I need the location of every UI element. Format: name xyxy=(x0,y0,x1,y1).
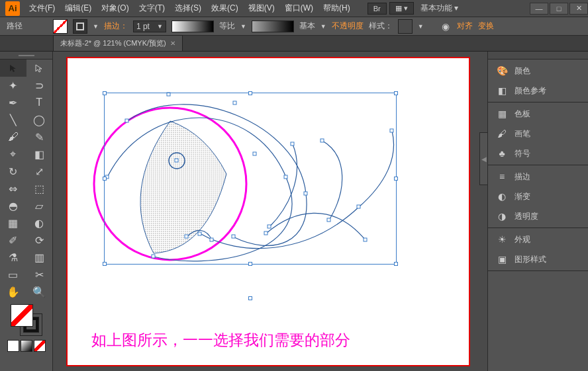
panel-appearance[interactable]: ☀外观 xyxy=(488,229,588,249)
shape-builder-tool[interactable]: ◓ xyxy=(0,197,26,214)
style-label: 样式： xyxy=(369,21,393,32)
selection-bounding-box[interactable] xyxy=(104,93,397,265)
stroke-label: 描边： xyxy=(104,21,128,32)
arrange-docs-button[interactable]: ▦ ▾ xyxy=(389,2,414,15)
scale-tool[interactable]: ⤢ xyxy=(26,163,53,180)
color-mode-gradient[interactable] xyxy=(21,340,32,352)
stroke-swatch[interactable] xyxy=(73,19,87,34)
guide-icon: ◧ xyxy=(496,85,508,97)
close-tab-icon[interactable]: ✕ xyxy=(170,40,175,47)
gradient-tool[interactable]: ◐ xyxy=(26,214,53,231)
maximize-button[interactable]: □ xyxy=(550,3,568,15)
gradient-icon: ◐ xyxy=(496,190,508,202)
annotation-text: 如上图所示，一一选择我们需要的部分 xyxy=(91,330,350,350)
panel-brushes[interactable]: 🖌画笔 xyxy=(488,124,588,144)
menu-file[interactable]: 文件(F) xyxy=(25,1,59,16)
paintbrush-tool[interactable]: 🖌 xyxy=(0,128,26,145)
panel-transparency[interactable]: ◑透明度 xyxy=(488,206,588,226)
panel-color-guide[interactable]: ◧颜色参考 xyxy=(488,81,588,101)
width-profile-preview[interactable] xyxy=(172,21,214,32)
right-panels: 🎨颜色 ◧颜色参考 ▦色板 🖌画笔 ♣符号 ≡描边 ◐渐变 ◑透明度 ☀外观 ▣… xyxy=(487,52,588,371)
magic-wand-tool[interactable]: ✦ xyxy=(0,77,26,94)
profile-label: 等比 xyxy=(219,21,235,32)
rotate-tool[interactable]: ↻ xyxy=(0,163,26,180)
minimize-button[interactable]: — xyxy=(530,3,548,15)
selection-type-label: 路径 xyxy=(7,21,23,32)
opacity-label[interactable]: 不透明度 xyxy=(332,21,364,32)
transparency-icon: ◑ xyxy=(496,210,508,222)
main-menu: 文件(F) 编辑(E) 对象(O) 文字(T) 选择(S) 效果(C) 视图(V… xyxy=(25,1,354,16)
panel-color[interactable]: 🎨颜色 xyxy=(488,61,588,81)
artboard-tool[interactable]: ▭ xyxy=(0,266,26,283)
transform-label[interactable]: 变换 xyxy=(478,21,494,32)
expand-panels-tab[interactable]: ◀ xyxy=(479,132,487,185)
pencil-tool[interactable]: ✎ xyxy=(26,128,53,145)
graph-tool[interactable]: ▥ xyxy=(26,249,53,266)
symbol-sprayer-tool[interactable]: ⚗ xyxy=(0,249,26,266)
menu-select[interactable]: 选择(S) xyxy=(171,1,205,16)
document-tab[interactable]: 未标题-2* @ 121% (CMYK/预览) ✕ xyxy=(53,35,183,51)
tab-title: 未标题-2* @ 121% (CMYK/预览) xyxy=(60,38,166,48)
panel-grip[interactable] xyxy=(488,52,588,60)
symbol-icon: ♣ xyxy=(496,147,508,159)
panel-grip[interactable] xyxy=(0,52,52,60)
panel-symbols[interactable]: ♣符号 xyxy=(488,144,588,163)
close-button[interactable]: ✕ xyxy=(569,3,588,15)
blob-brush-tool[interactable]: ⌖ xyxy=(0,145,26,163)
color-mode-solid[interactable] xyxy=(7,340,19,352)
free-transform-tool[interactable]: ⬚ xyxy=(26,180,53,197)
blend-tool[interactable]: ⟳ xyxy=(26,231,53,249)
fill-stroke-picker[interactable] xyxy=(11,304,42,336)
appearance-icon: ☀ xyxy=(496,233,508,245)
hand-tool[interactable]: ✋ xyxy=(0,283,26,300)
style-swatch[interactable] xyxy=(398,19,413,34)
menu-help[interactable]: 帮助(H) xyxy=(319,1,354,16)
align-label[interactable]: 对齐 xyxy=(457,21,473,32)
width-tool[interactable]: ⇔ xyxy=(0,180,26,197)
palette-icon: 🎨 xyxy=(496,65,508,77)
menu-type[interactable]: 文字(T) xyxy=(135,1,169,16)
shape-tool[interactable]: ◯ xyxy=(26,111,53,128)
slice-tool[interactable]: ✂ xyxy=(26,266,53,283)
graphic-styles-icon: ▣ xyxy=(496,253,508,265)
swatch-icon: ▦ xyxy=(496,108,508,120)
workspace-switcher[interactable]: 基本功能 ▾ xyxy=(420,3,458,14)
menu-view[interactable]: 视图(V) xyxy=(244,1,279,16)
zoom-tool[interactable]: 🔍 xyxy=(26,283,53,300)
brush-label: 基本 xyxy=(299,21,315,32)
fill-color[interactable] xyxy=(11,304,33,327)
color-mode-none[interactable] xyxy=(34,340,46,352)
menu-effect[interactable]: 效果(C) xyxy=(207,1,242,16)
selection-tool[interactable] xyxy=(0,60,26,77)
eraser-tool[interactable]: ◧ xyxy=(26,145,53,163)
panel-swatches[interactable]: ▦色板 xyxy=(488,104,588,124)
menu-window[interactable]: 窗口(W) xyxy=(281,1,317,16)
direct-selection-tool[interactable] xyxy=(26,60,53,77)
menu-edit[interactable]: 编辑(E) xyxy=(61,1,95,16)
recolor-icon[interactable]: ◉ xyxy=(440,21,452,32)
tools-panel: ✦ ⊃ ✒ T ╲ ◯ 🖌 ✎ ⌖ ◧ ↻ ⤢ ⇔ ⬚ ◓ ▱ ▦ ◐ ✐ ⟳ … xyxy=(0,52,53,371)
chevron-down-icon: ▼ xyxy=(93,23,99,30)
options-bar: 路径 ▼ 描边： 1 pt▼ 等比▼ 基本▼ 不透明度 样式： ▼ ◉ 对齐 变… xyxy=(0,17,588,36)
panel-gradient[interactable]: ◐渐变 xyxy=(488,186,588,206)
brush-def-preview[interactable] xyxy=(252,21,294,32)
lasso-tool[interactable]: ⊃ xyxy=(26,77,53,94)
stroke-weight-input[interactable]: 1 pt▼ xyxy=(133,21,166,32)
titlebar: Ai 文件(F) 编辑(E) 对象(O) 文字(T) 选择(S) 效果(C) 视… xyxy=(0,0,588,17)
bridge-button[interactable]: Br xyxy=(368,3,387,15)
app-logo: Ai xyxy=(5,1,20,16)
artboard[interactable]: 如上图所示，一一选择我们需要的部分 xyxy=(66,57,470,366)
fill-swatch[interactable] xyxy=(53,19,68,34)
pen-tool[interactable]: ✒ xyxy=(0,94,26,111)
workspace[interactable]: 如上图所示，一一选择我们需要的部分 xyxy=(53,52,487,371)
menu-object[interactable]: 对象(O) xyxy=(97,1,132,16)
stroke-icon: ≡ xyxy=(496,171,508,183)
line-tool[interactable]: ╲ xyxy=(0,111,26,128)
brush-icon: 🖌 xyxy=(496,128,508,140)
eyedropper-tool[interactable]: ✐ xyxy=(0,231,26,249)
perspective-tool[interactable]: ▱ xyxy=(26,197,53,214)
type-tool[interactable]: T xyxy=(26,94,53,111)
panel-graphic-styles[interactable]: ▣图形样式 xyxy=(488,249,588,269)
mesh-tool[interactable]: ▦ xyxy=(0,214,26,231)
panel-stroke[interactable]: ≡描边 xyxy=(488,167,588,186)
